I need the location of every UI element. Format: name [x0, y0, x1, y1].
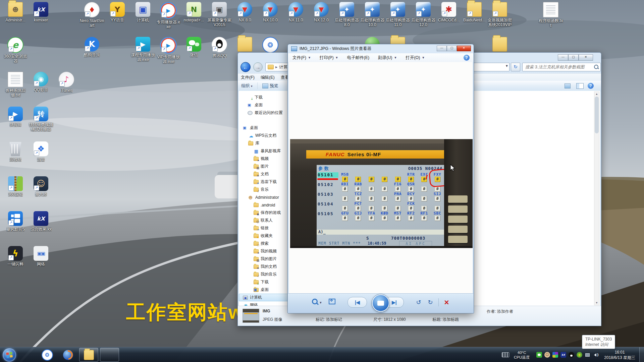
- desktop-icon[interactable]: 后处理构造器 8.0: [334, 2, 360, 37]
- previous-button[interactable]: |◀: [347, 297, 367, 308]
- organize-button[interactable]: 组织: [238, 82, 256, 90]
- tray-icon[interactable]: [536, 352, 542, 358]
- desktop-icon[interactable]: CIMCOEd...: [436, 2, 462, 37]
- desktop-icon[interactable]: 后处理构造器 12.0: [411, 2, 436, 37]
- desktop-icon[interactable]: 360安全浏览器: [3, 37, 28, 72]
- close-button[interactable]: ✕: [579, 54, 593, 61]
- tray-icon[interactable]: [544, 352, 550, 358]
- rotate-cw-button[interactable]: ↻: [428, 299, 433, 306]
- minimize-button[interactable]: —: [437, 46, 447, 51]
- sidebar-item[interactable]: 迅雷下载: [239, 178, 290, 186]
- refresh-button[interactable]: ↻: [511, 63, 520, 71]
- tags-field[interactable]: 标记: 添加标记: [316, 317, 342, 322]
- sidebar-item[interactable]: 文档: [239, 170, 290, 178]
- sidebar-item[interactable]: 桌面: [239, 124, 290, 132]
- preview-button[interactable]: 预览: [259, 82, 282, 90]
- sidebar-item[interactable]: 我的文档: [239, 263, 290, 270]
- desktop-icon[interactable]: NX 10.0: [258, 2, 283, 37]
- desktop-icon[interactable]: 金盾视频加密系统2019VIP: [487, 2, 513, 37]
- sidebar-item[interactable]: 下载: [239, 94, 290, 101]
- desktop-icon[interactable]: 酷狗音乐: [79, 37, 105, 72]
- scrollbar-thumb[interactable]: [595, 97, 599, 133]
- search-box[interactable]: [522, 63, 601, 71]
- help-icon[interactable]: ?: [464, 55, 470, 61]
- sidebar-item[interactable]: 搜索: [239, 240, 290, 247]
- desktop-icon[interactable]: 一键闪释: [3, 246, 28, 281]
- back-button[interactable]: ←: [240, 62, 251, 72]
- sidebar-item[interactable]: 下载: [239, 278, 290, 286]
- desktop-icon[interactable]: 计算机: [130, 2, 156, 37]
- taskbar-app-button[interactable]: [38, 348, 57, 362]
- sidebar-item[interactable]: 我的图片: [239, 255, 290, 263]
- sidebar-item[interactable]: 保存的游戏: [239, 209, 290, 217]
- chevron-down-icon[interactable]: ▼: [505, 64, 508, 68]
- zoom-button[interactable]: ▼: [312, 299, 322, 306]
- sidebar-item[interactable]: 最近访问的位置: [239, 109, 290, 117]
- tray-icon[interactable]: [552, 352, 558, 358]
- desktop-icon[interactable]: 鲁大师: [28, 176, 54, 211]
- desktop-icon[interactable]: 回收站: [3, 141, 28, 176]
- sidebar-item[interactable]: 桌面: [239, 101, 290, 109]
- sidebar-item[interactable]: 音乐: [239, 186, 290, 193]
- sidebar-item[interactable]: Administrator: [239, 193, 290, 201]
- menu-item[interactable]: 文件(F): [238, 75, 258, 80]
- rotate-ccw-button[interactable]: ↺: [416, 299, 421, 306]
- start-button[interactable]: [3, 348, 16, 362]
- sidebar-item[interactable]: WPS云文档: [239, 132, 290, 139]
- desktop-icon[interactable]: 后处理构造器 11.0: [385, 2, 411, 37]
- desktop-icon[interactable]: BaiduNetd...: [462, 2, 487, 37]
- sidebar-item[interactable]: 库: [239, 139, 290, 147]
- forward-button[interactable]: →: [253, 62, 263, 72]
- title-field[interactable]: 标题: 添加标题: [432, 317, 459, 322]
- desktop-icon[interactable]: 暴风影音5: [3, 211, 28, 246]
- preview-pane-icon[interactable]: [576, 83, 584, 89]
- maximize-button[interactable]: ▢: [568, 54, 579, 61]
- menu-item[interactable]: 打开(O) ▼: [401, 53, 429, 62]
- actual-size-button[interactable]: [329, 299, 335, 306]
- sidebar-item[interactable]: 桌面: [239, 286, 290, 294]
- sidebar-item[interactable]: .android: [239, 201, 290, 209]
- desktop-icon[interactable]: 快转免费视频格式转换器: [28, 107, 54, 141]
- tray-icon[interactable]: [585, 352, 590, 358]
- tray-icon[interactable]: [577, 352, 582, 358]
- views-icon[interactable]: [565, 83, 571, 88]
- menu-item[interactable]: 电子邮件(E) ▼: [342, 53, 374, 62]
- menu-item[interactable]: 刻录(U) ▼: [374, 53, 401, 62]
- show-desktop-button[interactable]: [639, 347, 644, 362]
- desktop-icon[interactable]: 网络: [28, 246, 54, 281]
- sidebar-item[interactable]: 我的视频: [239, 247, 290, 255]
- menu-item[interactable]: 编辑(E): [258, 75, 278, 80]
- desktop-icon[interactable]: 课程专用播放器.exe: [130, 37, 156, 72]
- scroll-down-icon[interactable]: ▼: [594, 301, 599, 305]
- desktop-icon[interactable]: QQ影音: [28, 72, 54, 107]
- desktop-icon[interactable]: Nero StartSmart: [79, 2, 105, 37]
- taskbar-app-button[interactable]: [79, 348, 98, 362]
- scroll-up-icon[interactable]: ▲: [594, 92, 599, 96]
- desktop-icon[interactable]: Administr...: [3, 2, 28, 37]
- close-button[interactable]: ✕: [457, 46, 471, 51]
- menu-item[interactable]: 打印(P) ▼: [315, 53, 343, 62]
- desktop-icon[interactable]: 腾讯QQ: [207, 37, 232, 72]
- desktop-icon[interactable]: 微信: [181, 37, 207, 72]
- taskbar-app-button[interactable]: [58, 348, 77, 362]
- desktop-icon[interactable]: iTunes: [54, 72, 79, 107]
- desktop-icon[interactable]: kxmixer: [28, 2, 54, 37]
- search-input[interactable]: [525, 64, 593, 70]
- delete-button[interactable]: ✕: [444, 299, 449, 306]
- desktop-icon[interactable]: 后处理构造器 10.0: [360, 2, 385, 37]
- desktop-icon[interactable]: 综合效果.kx: [28, 211, 54, 246]
- slideshow-button[interactable]: [372, 294, 389, 312]
- minimize-button[interactable]: —: [558, 54, 568, 61]
- desktop-icon[interactable]: VIP专用播放器.exe: [156, 37, 181, 72]
- desktop-icon[interactable]: 专用播放器.exe: [156, 2, 181, 37]
- taskbar-clock[interactable]: 16:012018/6/13 星期三: [604, 350, 635, 360]
- sidebar-item[interactable]: 联系人: [239, 217, 290, 224]
- tray-icon[interactable]: [593, 352, 598, 358]
- keyboard-icon[interactable]: [502, 352, 509, 357]
- menu-item[interactable]: 文件(F) ▼: [288, 53, 315, 62]
- desktop-icon[interactable]: 屏幕录像专家V2015: [207, 2, 232, 37]
- desktop-icon[interactable]: NX 11.0: [283, 2, 309, 37]
- sidebar-item[interactable]: 暴风影视库: [239, 147, 290, 155]
- sidebar-item[interactable]: 图片: [239, 163, 290, 170]
- sidebar-item[interactable]: 收藏夹: [239, 232, 290, 240]
